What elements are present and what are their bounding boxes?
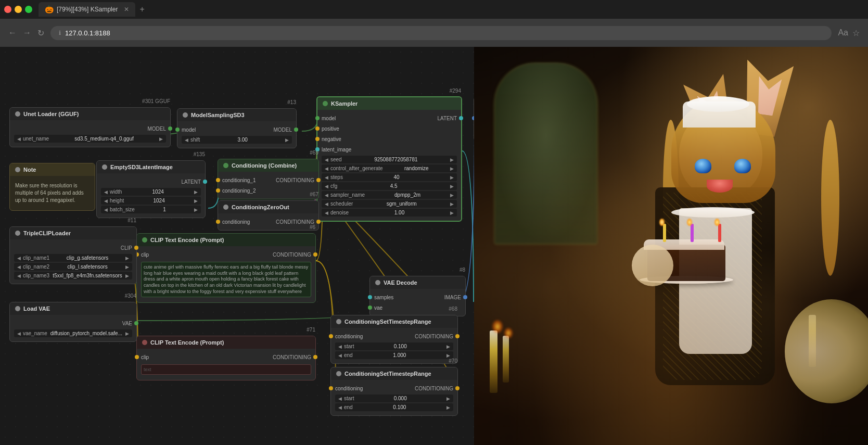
seed-field[interactable]: ◀ seed 925088772058781 ▶ (322, 156, 457, 163)
maximize-button[interactable] (25, 6, 32, 13)
steps-field[interactable]: ◀ steps 40 ▶ (322, 173, 457, 181)
minimize-button[interactable] (15, 6, 22, 13)
bookmark-button[interactable]: ☆ (852, 28, 860, 38)
field-right-btn[interactable]: ▶ (450, 193, 454, 198)
field-left-btn[interactable]: ◀ (17, 256, 21, 261)
width-field[interactable]: ◀ width 1024 ▶ (101, 188, 201, 196)
clip-port[interactable] (135, 355, 139, 359)
cond-in-port[interactable] (329, 386, 333, 390)
model-output-port[interactable] (168, 126, 172, 131)
cond-in-port[interactable] (329, 334, 333, 338)
node-canvas[interactable]: #301 GGUF Unet Loader (GGUF) MODEL ◀ une… (0, 47, 868, 445)
field-left-btn[interactable]: ◀ (17, 273, 21, 278)
close-button[interactable] (4, 6, 11, 13)
batch-size-field[interactable]: ◀ batch_size 1 ▶ (101, 206, 201, 213)
field-left-btn[interactable]: ◀ (17, 331, 21, 336)
end-field[interactable]: ◀ end 0.100 ▶ (335, 403, 453, 411)
field-left-btn[interactable]: ◀ (325, 210, 328, 215)
denoise-field[interactable]: ◀ denoise 1.00 ▶ (322, 209, 457, 217)
field-left-btn[interactable]: ◀ (338, 396, 342, 401)
empty-latent-node[interactable]: #135 EmptySD3LatentImage LATENT ◀ width … (96, 160, 206, 218)
height-field[interactable]: ◀ height 1024 ▶ (101, 197, 201, 205)
field-left-btn[interactable]: ◀ (338, 405, 342, 410)
field-right-btn[interactable]: ▶ (125, 256, 129, 261)
tab-close-icon[interactable]: ✕ (124, 6, 129, 13)
clip3-field[interactable]: ◀ clip_name3 t5xxl_fp8_e4m3fn.safetensor… (14, 272, 132, 279)
field-left-btn[interactable]: ◀ (325, 201, 328, 207)
field-right-btn[interactable]: ▶ (446, 396, 450, 401)
new-tab-button[interactable]: + (137, 3, 146, 16)
cond-out-port[interactable] (455, 334, 459, 338)
model-input-port[interactable] (175, 128, 180, 132)
cond1-port[interactable] (216, 178, 220, 182)
clip2-field[interactable]: ◀ clip_name2 clip_l.safetensors ▶ (14, 263, 132, 271)
negative-prompt-text[interactable]: text (141, 364, 311, 375)
control-after-generate-field[interactable]: ◀ control_after_generate randomize ▶ (322, 164, 457, 172)
scheduler-field[interactable]: ◀ scheduler sgm_uniform ▶ (322, 200, 457, 208)
cond-out-port[interactable] (455, 386, 459, 390)
field-left-btn[interactable]: ◀ (104, 189, 108, 195)
refresh-button[interactable]: ↻ (37, 28, 44, 38)
load-vae-node[interactable]: #304 Load VAE VAE ◀ vae_name diffusion_p… (9, 302, 137, 342)
field-right-btn[interactable]: ▶ (125, 331, 129, 336)
field-right-btn[interactable]: ▶ (446, 344, 450, 349)
field-right-btn[interactable]: ▶ (446, 353, 450, 358)
field-left-btn[interactable]: ◀ (338, 353, 342, 358)
conditioning-combine-node[interactable]: #69 Conditioning (Combine) conditioning_… (218, 159, 319, 199)
start-field[interactable]: ◀ start 0.000 ▶ (335, 395, 453, 402)
field-right-btn[interactable]: ▶ (194, 198, 198, 204)
vae-out-port[interactable] (134, 321, 138, 325)
prompt-text[interactable]: cute anime girl with massive fluffy fenn… (141, 262, 311, 297)
latent-port[interactable] (203, 180, 207, 184)
field-left-btn[interactable]: ◀ (325, 184, 328, 189)
unet-loader-node[interactable]: #301 GGUF Unet Loader (GGUF) MODEL ◀ une… (9, 107, 171, 147)
field-right-btn[interactable]: ▶ (450, 201, 454, 207)
clip-out-port[interactable] (134, 246, 138, 250)
ksampler-node[interactable]: #294 KSampler model LATENT positive nega… (316, 96, 462, 222)
image-out-port[interactable] (463, 295, 467, 299)
cond-out-port[interactable] (316, 178, 321, 182)
cond-out-port[interactable] (316, 220, 321, 224)
shift-field[interactable]: ◀ shift 3.00 ▶ (182, 136, 292, 144)
cond-in-port[interactable] (216, 220, 220, 224)
sampler-name-field[interactable]: ◀ sampler_name dpmpp_2m ▶ (322, 191, 457, 199)
samples-port[interactable] (368, 295, 372, 299)
forward-button[interactable]: → (23, 28, 31, 37)
vae-port[interactable] (368, 306, 372, 310)
field-right-btn[interactable]: ▶ (194, 189, 198, 195)
latent-output-port[interactable] (459, 116, 463, 120)
field-right-btn[interactable]: ▶ (125, 264, 129, 270)
cond2-port[interactable] (216, 188, 220, 193)
start-field[interactable]: ◀ start 0.100 ▶ (335, 342, 453, 350)
field-left-btn[interactable]: ◀ (185, 137, 188, 143)
conditioning-zero-node[interactable]: #67 ConditioningZeroOut conditioning CON… (218, 200, 319, 231)
field-left-btn[interactable]: ◀ (104, 207, 108, 212)
field-right-btn[interactable]: ▶ (450, 166, 454, 171)
field-right-btn[interactable]: ▶ (285, 137, 289, 143)
field-right-btn[interactable]: ▶ (446, 405, 450, 410)
negative-port[interactable] (315, 137, 320, 141)
positive-port[interactable] (315, 126, 320, 131)
field-left-btn[interactable]: ◀ (325, 193, 328, 198)
clip-text-neg-node[interactable]: #71 CLIP Text Encode (Prompt) clip CONDI… (136, 336, 316, 380)
field-left-btn[interactable]: ◀ (325, 175, 328, 180)
field-right-btn[interactable]: ▶ (450, 175, 454, 180)
field-left-btn[interactable]: ◀ (325, 166, 328, 171)
unet-name-field[interactable]: ◀ unet_name sd3.5_medium-q4_0.gguf ▶ (14, 135, 166, 143)
end-field[interactable]: ◀ end 1.000 ▶ (335, 351, 453, 359)
field-left-btn[interactable]: ◀ (17, 264, 21, 270)
note-node[interactable]: Note Make sure the resolution is multipl… (9, 163, 95, 211)
vae-name-field[interactable]: ◀ vae_name diffusion_pytorch_model.safe.… (14, 329, 132, 337)
field-right-btn[interactable]: ▶ (125, 273, 129, 278)
field-right-btn[interactable]: ▶ (159, 136, 163, 142)
reader-mode-button[interactable]: Aa (838, 28, 848, 38)
triple-clip-node[interactable]: #11 TripleCLIPLoader CLIP ◀ clip_name1 c… (9, 226, 137, 284)
cond-timestep-70-node[interactable]: #70 ConditioningSetTimestepRange conditi… (330, 367, 458, 416)
back-button[interactable]: ← (8, 28, 17, 37)
clip-text-pos-node[interactable]: #6 CLIP Text Encode (Prompt) clip CONDIT… (136, 233, 316, 303)
url-bar[interactable]: ℹ 127.0.0.1:8188 (50, 26, 832, 40)
field-right-btn[interactable]: ▶ (450, 184, 454, 189)
cond-out-port[interactable] (313, 252, 317, 257)
clip1-field[interactable]: ◀ clip_name1 clip_g.safetensors ▶ (14, 254, 132, 262)
cfg-field[interactable]: ◀ cfg 4.5 ▶ (322, 182, 457, 190)
